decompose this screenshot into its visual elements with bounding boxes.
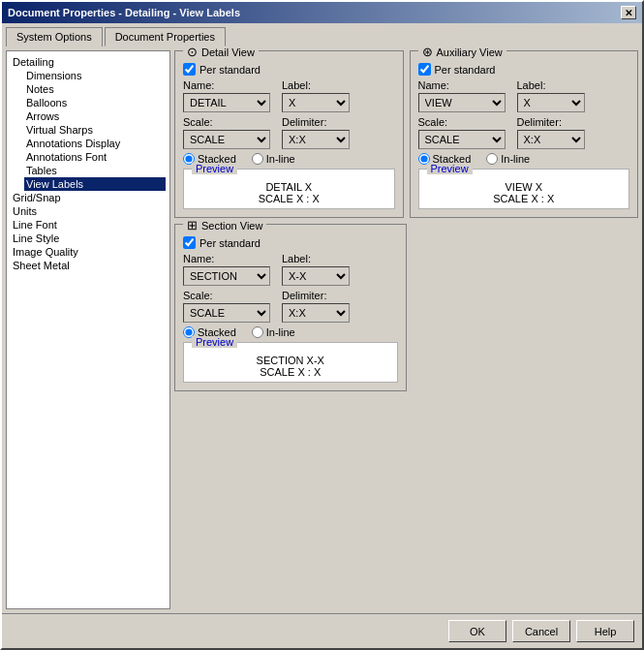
detail-inline-radio[interactable] (252, 153, 263, 165)
auxiliary-view-icon: ⊛ (422, 45, 433, 59)
detail-label-label: Label: (282, 79, 350, 91)
section-delimiter-select[interactable]: X:X (282, 303, 350, 323)
auxiliary-inline-label: In-line (501, 153, 530, 165)
tree-item-detailing[interactable]: Detailing (11, 55, 166, 69)
section-preview-box: Preview SECTION X-X SCALE X : X (183, 342, 398, 383)
section-label-group: Label: X-X (282, 253, 350, 286)
detail-per-standard-checkbox[interactable] (183, 63, 196, 76)
detail-label-group: Label: X (282, 79, 350, 112)
detail-per-standard-row: Per standard (183, 63, 395, 76)
section-inline-item: In-line (252, 326, 295, 338)
ok-button[interactable]: OK (448, 620, 506, 642)
detail-per-standard-label: Per standard (199, 64, 261, 76)
detail-preview-label: Preview (192, 163, 237, 174)
main-window: Document Properties - Detailing - View L… (0, 0, 644, 650)
section-scale-label: Scale: (183, 290, 270, 301)
auxiliary-name-group: Name: VIEW (418, 79, 506, 112)
section-scale-select[interactable]: SCALE (183, 303, 270, 323)
detail-delimiter-group: Delimiter: X:X (282, 116, 350, 149)
auxiliary-delimiter-group: Delimiter: X:X (517, 116, 585, 149)
empty-right-space (407, 224, 639, 391)
section-view-icon: ⊞ (187, 218, 198, 232)
auxiliary-label-select[interactable]: X (517, 93, 585, 112)
tree-item-annotations-font[interactable]: Annotations Font (24, 150, 166, 164)
section-name-label-row: Name: SECTION Label: X-X (183, 253, 398, 286)
tree-children: Dimensions Notes Balloons Arrows Virtual… (24, 69, 166, 191)
detail-name-label: Name: (183, 79, 270, 91)
section-per-standard-row: Per standard (183, 236, 398, 249)
tree-item-dimensions[interactable]: Dimensions (24, 69, 166, 82)
close-button[interactable]: ✕ (621, 6, 636, 19)
auxiliary-preview-text: VIEW X SCALE X : X (423, 181, 626, 204)
cancel-button[interactable]: Cancel (512, 620, 570, 642)
tree-group-detailing: Detailing Dimensions Notes Balloons Arro… (11, 55, 166, 272)
auxiliary-preview-box: Preview VIEW X SCALE X : X (418, 169, 630, 209)
tree-item-notes[interactable]: Notes (24, 82, 166, 96)
detail-delimiter-select[interactable]: X:X (282, 130, 350, 149)
top-sections: ⊙ Detail View Per standard Name: DETAIL (174, 50, 638, 218)
tree-item-units[interactable]: Units (11, 204, 166, 218)
tree-item-line-font[interactable]: Line Font (11, 218, 166, 232)
tree-item-annotations-display[interactable]: Annotations Display (24, 137, 166, 150)
section-per-standard-checkbox[interactable] (183, 236, 196, 249)
section-name-select[interactable]: SECTION (183, 266, 270, 286)
auxiliary-inline-radio[interactable] (486, 153, 498, 165)
detail-label-select[interactable]: X (282, 93, 350, 112)
auxiliary-scale-delim-row: Scale: SCALE Delimiter: X:X (418, 116, 630, 149)
auxiliary-per-standard-checkbox[interactable] (418, 63, 431, 76)
detail-view-section: ⊙ Detail View Per standard Name: DETAIL (174, 50, 404, 218)
section-name-group: Name: SECTION (183, 253, 270, 286)
section-preview-line2: SCALE X : X (188, 366, 393, 378)
auxiliary-preview-line2: SCALE X : X (423, 193, 626, 204)
tree-item-virtual-sharps[interactable]: Virtual Sharps (24, 123, 166, 137)
window-title: Document Properties - Detailing - View L… (8, 7, 240, 18)
section-view-wrapper: ⊞ Section View Per standard Name: SECTI (174, 224, 407, 391)
tree-panel: Detailing Dimensions Notes Balloons Arro… (6, 50, 170, 609)
auxiliary-inline-item: In-line (486, 153, 530, 165)
tree-item-sheet-metal[interactable]: Sheet Metal (11, 259, 166, 272)
detail-view-icon: ⊙ (187, 45, 198, 59)
tree-item-line-style[interactable]: Line Style (11, 232, 166, 245)
tree-item-balloons[interactable]: Balloons (24, 96, 166, 109)
tree-item-image-quality[interactable]: Image Quality (11, 245, 166, 259)
section-scale-group: Scale: SCALE (183, 290, 270, 323)
detail-name-select[interactable]: DETAIL (183, 93, 270, 112)
tree-item-view-labels[interactable]: View Labels (24, 177, 166, 191)
auxiliary-label-group: Label: X (517, 79, 585, 112)
section-preview-text: SECTION X-X SCALE X : X (188, 355, 393, 378)
detail-view-box: ⊙ Detail View Per standard Name: DETAIL (174, 50, 404, 218)
detail-view-title: ⊙ Detail View (183, 45, 259, 59)
detail-scale-select[interactable]: SCALE (183, 130, 270, 149)
auxiliary-view-box: ⊛ Auxiliary View Per standard Name: VIE (410, 50, 639, 218)
detail-scale-delim-row: Scale: SCALE Delimiter: X:X (183, 116, 395, 149)
tree-item-grid-snap[interactable]: Grid/Snap (11, 191, 166, 204)
detail-inline-label: In-line (266, 153, 295, 165)
section-inline-radio[interactable] (252, 326, 263, 338)
right-panel: ⊙ Detail View Per standard Name: DETAIL (174, 50, 638, 609)
section-name-label: Name: (183, 253, 270, 264)
detail-inline-item: In-line (252, 153, 295, 165)
auxiliary-name-select[interactable]: VIEW (418, 93, 506, 112)
section-preview-label: Preview (192, 336, 237, 348)
section-view-box: ⊞ Section View Per standard Name: SECTI (174, 224, 407, 391)
auxiliary-per-standard-label: Per standard (435, 64, 496, 76)
section-delimiter-label: Delimiter: (282, 290, 350, 301)
tab-document-properties[interactable]: Document Properties (105, 27, 226, 46)
title-bar: Document Properties - Detailing - View L… (2, 2, 642, 23)
detail-name-group: Name: DETAIL (183, 79, 270, 112)
tree-item-arrows[interactable]: Arrows (24, 109, 166, 123)
auxiliary-scale-select[interactable]: SCALE (418, 130, 506, 149)
help-button[interactable]: Help (576, 620, 634, 642)
auxiliary-preview-label: Preview (427, 163, 473, 174)
bottom-bar: OK Cancel Help (2, 613, 642, 648)
auxiliary-view-section: ⊛ Auxiliary View Per standard Name: VIE (410, 50, 639, 218)
tab-system-options[interactable]: System Options (6, 27, 103, 46)
main-content: Detailing Dimensions Notes Balloons Arro… (2, 46, 642, 613)
tree-item-tables[interactable]: Tables (24, 164, 166, 177)
section-preview-line1: SECTION X-X (188, 355, 393, 366)
auxiliary-delimiter-select[interactable]: X:X (517, 130, 585, 149)
section-label-select[interactable]: X-X (282, 266, 350, 286)
auxiliary-view-title: ⊛ Auxiliary View (418, 45, 506, 59)
detail-preview-line2: SCALE X : X (188, 193, 390, 204)
tab-bar: System Options Document Properties (2, 23, 642, 46)
